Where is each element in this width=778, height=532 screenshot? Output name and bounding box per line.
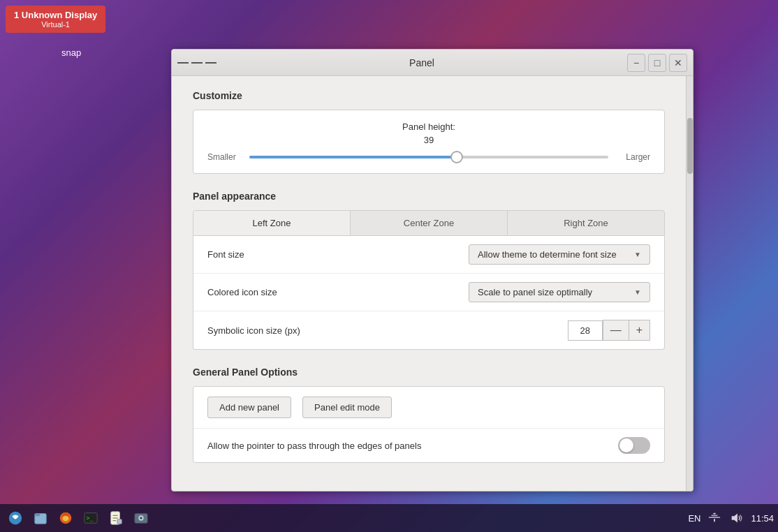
general-body: Add new panel Panel edit mode Allow the … (193, 386, 665, 463)
text-editor-icon[interactable] (105, 507, 127, 529)
font-size-control: Allow theme to determine font size ▼ (347, 244, 650, 265)
appearance-title: Panel appearance (193, 191, 665, 202)
screenshot-icon[interactable] (130, 507, 152, 529)
window-body: Customize Panel height: 39 Smaller Large… (172, 76, 693, 491)
font-size-value: Allow theme to determine font size (478, 249, 629, 260)
display-indicator: 1 Unknown Display Virtual-1 (6, 6, 105, 33)
tab-center-zone[interactable]: Center Zone (351, 211, 508, 235)
svg-rect-15 (709, 517, 721, 518)
desktop: 1 Unknown Display Virtual-1 snap Panel −… (0, 0, 778, 532)
close-button[interactable]: ✕ (669, 54, 687, 72)
panel-height-slider[interactable] (249, 156, 608, 158)
allow-pointer-toggle-control (618, 437, 650, 454)
add-new-panel-button[interactable]: Add new panel (207, 397, 291, 418)
colored-icon-size-dropdown[interactable]: Scale to panel size optimally ▼ (469, 282, 650, 302)
slider-max-label: Larger (615, 152, 650, 162)
scrollbar[interactable] (686, 76, 693, 491)
allow-pointer-label: Allow the pointer to pass through the ed… (207, 441, 618, 451)
colored-icon-size-value: Scale to panel size optimally (478, 287, 629, 297)
zone-tabs: Left Zone Center Zone Right Zone (193, 210, 665, 236)
colored-icon-size-row: Colored icon size Scale to panel size op… (193, 274, 664, 311)
appearance-body: Font size Allow theme to determine font … (193, 236, 665, 350)
panel-appearance-section: Panel appearance Left Zone Center Zone R… (193, 191, 665, 350)
app-menu-icon[interactable] (4, 507, 27, 529)
files-icon[interactable] (29, 507, 52, 529)
taskbar-right: EN 11:54 (688, 510, 774, 526)
colored-icon-size-label: Colored icon size (207, 287, 347, 297)
panel-height-box: Panel height: 39 Smaller Larger (193, 110, 665, 174)
allow-pointer-row: Allow the pointer to pass through the ed… (193, 429, 664, 462)
symbolic-icon-size-row: Symbolic icon size (px) 28 — + (193, 311, 664, 349)
svg-rect-18 (714, 519, 716, 522)
svg-rect-16 (712, 515, 718, 516)
taskbar-left: >_ (4, 507, 152, 529)
terminal-icon[interactable]: >_ (80, 507, 102, 529)
slider-row: Smaller Larger (207, 152, 650, 162)
button-row: Add new panel Panel edit mode (193, 387, 664, 429)
symbolic-icon-size-label: Symbolic icon size (px) (207, 325, 347, 336)
toggle-knob (619, 438, 633, 452)
panel-edit-mode-button[interactable]: Panel edit mode (302, 397, 392, 418)
content-area: Customize Panel height: 39 Smaller Large… (172, 76, 686, 491)
symbolic-icon-spinner: 28 — + (568, 320, 650, 341)
language-indicator: EN (688, 513, 700, 524)
minimize-button[interactable]: − (627, 54, 645, 72)
svg-text:>_: >_ (87, 515, 94, 522)
volume-icon[interactable] (728, 510, 745, 526)
symbolic-icon-increment[interactable]: + (629, 320, 650, 341)
svg-rect-17 (714, 513, 717, 515)
window-controls: − □ ✕ (627, 54, 687, 72)
allow-pointer-toggle[interactable] (618, 437, 650, 454)
panel-height-value: 39 (207, 135, 650, 145)
slider-min-label: Smaller (207, 152, 242, 162)
scrollbar-thumb[interactable] (687, 118, 693, 174)
tab-left-zone[interactable]: Left Zone (193, 211, 351, 235)
taskbar-time: 11:54 (751, 513, 774, 524)
svg-rect-11 (117, 519, 122, 524)
general-options-title: General Panel Options (193, 367, 665, 378)
svg-rect-2 (35, 514, 40, 517)
colored-dropdown-arrow-icon: ▼ (634, 288, 641, 296)
general-panel-options-section: General Panel Options Add new panel Pane… (193, 367, 665, 463)
menu-button[interactable] (177, 61, 216, 65)
font-size-label: Font size (207, 249, 347, 260)
network-icon[interactable] (706, 510, 723, 526)
taskbar: >_ (0, 504, 778, 532)
firefox-icon[interactable] (54, 507, 77, 529)
svg-point-14 (140, 517, 142, 519)
panel-height-label: Panel height: (207, 121, 650, 132)
tab-right-zone[interactable]: Right Zone (508, 211, 664, 235)
svg-marker-19 (732, 514, 737, 523)
maximize-button[interactable]: □ (648, 54, 666, 72)
customize-title: Customize (193, 90, 665, 101)
snap-label: snap (61, 47, 81, 58)
colored-icon-size-control: Scale to panel size optimally ▼ (347, 282, 650, 302)
window-title: Panel (216, 57, 627, 68)
display-line2: Virtual-1 (14, 20, 97, 29)
font-size-dropdown[interactable]: Allow theme to determine font size ▼ (469, 244, 650, 265)
symbolic-icon-decrement[interactable]: — (603, 320, 629, 341)
title-bar: Panel − □ ✕ (172, 50, 693, 76)
symbolic-icon-size-control: 28 — + (347, 320, 650, 341)
dropdown-arrow-icon: ▼ (634, 251, 641, 258)
panel-window: Panel − □ ✕ Customize Panel height: 39 S… (171, 49, 693, 492)
symbolic-icon-value: 28 (568, 320, 603, 341)
font-size-row: Font size Allow theme to determine font … (193, 236, 664, 274)
customize-section: Customize Panel height: 39 Smaller Large… (193, 90, 665, 174)
display-line1: 1 Unknown Display (14, 10, 97, 20)
